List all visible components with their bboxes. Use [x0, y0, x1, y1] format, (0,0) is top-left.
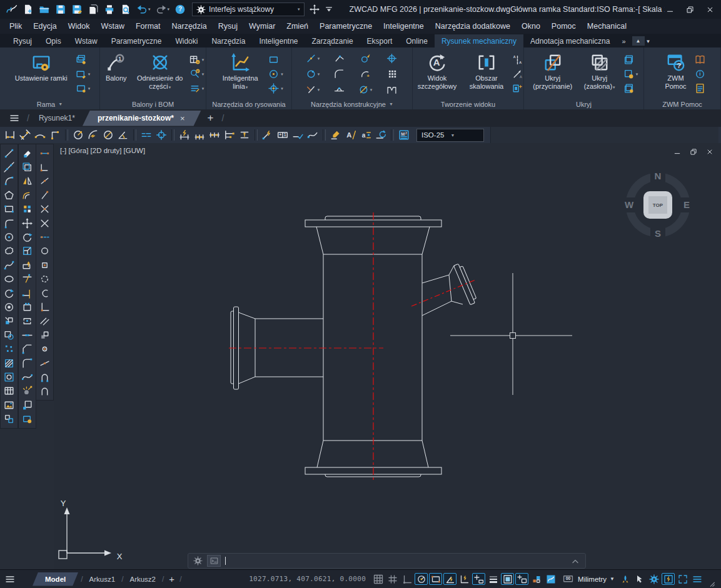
- construction-circle-button[interactable]: ▾: [300, 69, 326, 79]
- osnap-parallel[interactable]: [38, 314, 53, 328]
- new-tab-button[interactable]: +: [208, 112, 214, 124]
- construction-line-button[interactable]: ▾: [300, 53, 326, 64]
- construction-fillet-button[interactable]: [326, 69, 352, 79]
- osnap-center[interactable]: [38, 244, 53, 258]
- dim-edit-button[interactable]: [328, 128, 343, 142]
- print-button[interactable]: [104, 3, 115, 16]
- modify-explode[interactable]: [19, 384, 34, 398]
- osnap-perpendicular[interactable]: [38, 300, 53, 314]
- ribbon-tab-adnotacja-mechaniczna[interactable]: Adnotacja mechaniczna: [523, 34, 617, 47]
- annotation-monitor-toggle[interactable]: [515, 573, 528, 585]
- ribbon-tab-narz-dzia[interactable]: Narzędzia: [204, 34, 252, 47]
- ribbon-pin-icon[interactable]: ▲: [632, 36, 645, 46]
- menu-item-inteligentne[interactable]: Inteligentne: [378, 22, 430, 31]
- menu-item-wymiar[interactable]: Wymiar: [243, 22, 281, 31]
- manual-button[interactable]: [695, 54, 705, 65]
- viewport-restore-icon[interactable]: [690, 148, 697, 156]
- copy-button[interactable]: [88, 3, 99, 16]
- drawing-viewport[interactable]: [-] [Góra] [2D druty] [GUW]: [54, 143, 721, 569]
- detail-view-button[interactable]: AWidok szczegółowy: [413, 49, 461, 99]
- hide-settings-button[interactable]: [623, 83, 634, 94]
- construction-corner-button[interactable]: [326, 53, 352, 64]
- menu-item-zmie-[interactable]: Zmień: [281, 22, 314, 31]
- lineweight-toggle[interactable]: [487, 573, 500, 585]
- dim-check-button[interactable]: [290, 128, 305, 142]
- ribbon-tab-online[interactable]: Online: [399, 34, 435, 47]
- dim-ordinate-button[interactable]: [48, 128, 63, 142]
- dim-jogged-button[interactable]: [86, 128, 101, 142]
- quick-dim-button[interactable]: [177, 128, 192, 142]
- hide-mask-button[interactable]: Ukryj (zasłona)▾: [578, 49, 622, 99]
- ribbon-tab-rysunek-mechaniczny[interactable]: Rysunek mechaniczny: [435, 34, 523, 47]
- viewport-minimize-icon[interactable]: [673, 148, 681, 156]
- dim-arc-length-button[interactable]: [33, 128, 48, 142]
- dim-aligned-button[interactable]: [18, 128, 33, 142]
- menu-item-parametryczne[interactable]: Parametryczne: [314, 22, 378, 31]
- center-mark-button[interactable]: [154, 128, 169, 142]
- preview-button[interactable]: [120, 3, 131, 16]
- balloons-button[interactable]: 1Balony: [101, 49, 131, 99]
- multileader-button[interactable]: [260, 128, 275, 142]
- osnap-infinite[interactable]: [38, 230, 53, 244]
- modify-rotate[interactable]: [19, 230, 34, 244]
- ortho-toggle[interactable]: [400, 573, 413, 585]
- dynamic-input-toggle[interactable]: [458, 573, 471, 585]
- draw-rectangle[interactable]: [2, 202, 17, 216]
- new-layout-button[interactable]: +: [169, 574, 174, 584]
- selection-cycling-icon[interactable]: [633, 573, 646, 585]
- osnap-midpoint[interactable]: [38, 160, 53, 174]
- minimize-button[interactable]: [665, 4, 675, 14]
- grid-toggle[interactable]: [371, 573, 385, 585]
- transparency-toggle[interactable]: [501, 573, 514, 585]
- modify-blend[interactable]: [19, 370, 34, 384]
- menu-item-narz-dzia-dodatkowe[interactable]: Narzędzia dodatkowe: [430, 22, 516, 31]
- osnap-node[interactable]: [38, 258, 53, 272]
- smart-rectangle-button[interactable]: [268, 54, 279, 65]
- menu-item-edycja[interactable]: Edycja: [28, 22, 63, 31]
- object-snap-tracking-toggle[interactable]: [443, 573, 456, 585]
- performance-icon[interactable]: [618, 573, 632, 585]
- draw-region[interactable]: [2, 328, 17, 342]
- layout-tab-arkusz2[interactable]: Arkusz2: [124, 576, 161, 583]
- chevron-up-icon[interactable]: [570, 556, 580, 566]
- new-file-button[interactable]: [23, 3, 34, 16]
- construction-grid-button[interactable]: [378, 69, 405, 79]
- insert-block[interactable]: [2, 412, 17, 426]
- dim-angular-button[interactable]: [116, 128, 131, 142]
- bom-list-button[interactable]: ▾: [189, 83, 204, 94]
- frame-new-button[interactable]: [76, 54, 86, 65]
- modify-align[interactable]: [19, 398, 34, 412]
- layout-menu-icon[interactable]: [5, 574, 15, 584]
- osnap-intersection[interactable]: [38, 174, 53, 188]
- command-line[interactable]: [188, 553, 586, 569]
- block-editor[interactable]: [19, 412, 34, 426]
- mech-table-button[interactable]: M2: [396, 128, 411, 142]
- modify-copy[interactable]: [19, 160, 34, 174]
- modify-break-at-point[interactable]: [19, 300, 34, 314]
- menu-item-wstaw[interactable]: Wstaw: [95, 22, 130, 31]
- construction-arc-button[interactable]: +: [352, 69, 378, 79]
- menu-item-pomoc[interactable]: Pomoc: [546, 22, 582, 31]
- draw-line[interactable]: [2, 146, 17, 160]
- info-button[interactable]: i: [695, 69, 705, 79]
- open-file-button[interactable]: [39, 3, 50, 16]
- maximize-button[interactable]: [685, 4, 695, 14]
- collapse-toolbar-icon[interactable]: [325, 5, 333, 14]
- doc-tab-rysunek1[interactable]: Rysunek1*: [31, 111, 83, 126]
- menu-item-widok[interactable]: Widok: [63, 22, 96, 31]
- layout-tab-model[interactable]: Model: [33, 572, 78, 586]
- dim-update-button[interactable]: [373, 128, 388, 142]
- osnap-point[interactable]: [38, 342, 53, 356]
- dim-space-button[interactable]: [237, 128, 252, 142]
- modify-trim[interactable]: [19, 272, 34, 286]
- frame-settings-button[interactable]: Ustawienie ramki: [9, 49, 74, 99]
- dim-baseline-button[interactable]: [222, 128, 237, 142]
- snap-toggle[interactable]: [386, 573, 399, 585]
- draw-spline[interactable]: [2, 258, 17, 272]
- dim-chain-button[interactable]: [207, 128, 222, 142]
- close-button[interactable]: [705, 4, 715, 14]
- settings-gear-icon[interactable]: [647, 573, 660, 585]
- dim-style-dropdown[interactable]: ISO-25▼: [416, 129, 484, 142]
- hide-zoom-button[interactable]: ▾: [623, 69, 638, 79]
- ribbon-tab-eksport[interactable]: Eksport: [360, 34, 400, 47]
